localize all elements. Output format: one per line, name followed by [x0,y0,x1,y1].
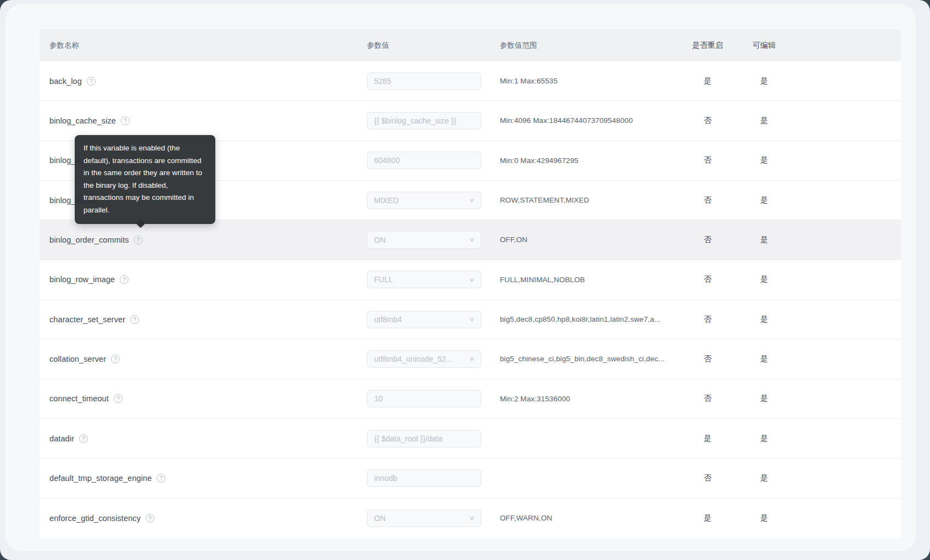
editable-value: 是 [734,473,794,483]
help-icon[interactable]: ? [87,77,96,86]
restart-value: 否 [681,354,734,364]
table-row: back_log ? Min:1 Max:65535 是 是 [40,61,901,101]
param-name: datadir [49,434,74,443]
param-range: Min:2 Max:31536000 [500,395,681,403]
editable-value: 是 [734,76,794,86]
param-value-cell: utf8mb4∨ [367,311,500,328]
param-value-select[interactable]: MIXED∨ [367,192,481,209]
help-icon[interactable]: ? [114,394,122,403]
table-row: datadir ? 是 是 [40,419,901,458]
chevron-down-icon: ∨ [469,355,475,362]
param-value-cell [367,390,500,407]
param-value-input[interactable] [367,112,481,130]
table-row: enforce_gtid_consistency ? ON∨ OFF,WARN,… [40,499,901,538]
param-value-cell: ON∨ [367,231,500,249]
help-icon[interactable]: ? [146,514,154,523]
param-name: binlog_cache_size [49,116,116,125]
param-value-select[interactable]: ON∨ [367,509,481,527]
param-name: character_set_server [49,315,125,324]
table-row: binlog_row_image ? FULL∨ FULL,MINIMAL,NO… [40,260,901,300]
select-value: utf8mb4 [374,315,402,324]
param-range: big5,dec8,cp850,hp8,koi8r,latin1,latin2,… [500,315,681,323]
param-value-cell: ON∨ [367,509,500,527]
editable-value: 是 [734,434,794,444]
restart-value: 否 [681,275,734,284]
chevron-down-icon: ∨ [469,236,475,243]
restart-value: 否 [681,155,734,165]
param-value-cell [367,112,500,130]
param-name: collation_server [49,355,106,363]
param-range: OFF,WARN,ON [500,514,681,522]
column-header-editable: 可编辑 [734,41,794,51]
help-icon[interactable]: ? [121,116,130,125]
param-value-input[interactable] [367,430,481,447]
param-value-cell [367,152,500,169]
param-name: back_log [49,77,82,86]
restart-value: 否 [681,394,734,404]
chevron-down-icon: ∨ [469,316,475,323]
param-range: Min:0 Max:4294967295 [500,156,681,165]
table-row: binlog_order_commits ? ON∨ OFF,ON 否 是 [40,220,901,260]
chevron-down-icon: ∨ [469,514,475,522]
editable-value: 是 [734,195,794,205]
help-icon[interactable]: ? [130,315,139,324]
column-header-name: 参数名称 [40,41,367,51]
column-header-value: 参数值 [367,41,500,51]
editable-value: 是 [734,354,794,364]
help-icon[interactable]: ? [111,355,120,363]
param-value-input[interactable] [367,152,481,169]
select-value: MIXED [374,196,398,205]
editable-value: 是 [734,275,794,284]
restart-value: 否 [681,116,734,126]
param-range: FULL,MINIMAL,NOBLOB [500,276,681,284]
select-value: ON [374,236,386,244]
select-value: utf8mb4_unicode_52... [374,355,452,363]
tooltip: If this variable is enabled (the default… [75,135,215,224]
restart-value: 否 [681,195,734,205]
help-icon[interactable]: ? [134,236,143,244]
table-header: 参数名称 参数值 参数值范围 是否重启 可编辑 [40,29,901,61]
select-value: FULL [374,275,393,284]
param-value-input[interactable] [367,390,481,407]
restart-value: 否 [681,315,734,324]
restart-value: 是 [681,434,734,444]
chevron-down-icon: ∨ [469,197,475,204]
param-name: default_tmp_storage_engine [49,474,152,483]
editable-value: 是 [734,116,794,126]
help-icon[interactable]: ? [79,434,88,443]
param-value-input[interactable] [367,72,481,90]
table-row: default_tmp_storage_engine ? 否 是 [40,458,901,498]
table-body: back_log ? Min:1 Max:65535 是 是 binlog_ca… [40,61,901,538]
param-value-select[interactable]: utf8mb4_unicode_52...∨ [367,350,481,368]
app-frame: 参数名称 参数值 参数值范围 是否重启 可编辑 back_log ? Min:1… [0,0,930,560]
column-header-range: 参数值范围 [500,41,681,51]
editable-value: 是 [734,235,794,245]
param-range: Min:1 Max:65535 [500,77,681,85]
param-value-input[interactable] [367,469,481,487]
restart-value: 否 [681,235,734,245]
param-range: OFF,ON [500,236,681,244]
param-value-cell: MIXED∨ [367,192,500,209]
parameter-table: 参数名称 参数值 参数值范围 是否重启 可编辑 back_log ? Min:1… [40,29,901,538]
param-range: Min:4096 Max:18446744073709548000 [500,116,681,125]
param-name: binlog_order_commits [49,236,129,244]
help-icon[interactable]: ? [157,474,165,483]
param-range: big5_chinese_ci,big5_bin,dec8_swedish_ci… [500,355,681,363]
param-name: enforce_gtid_consistency [49,514,141,523]
param-value-cell [367,72,500,90]
chevron-down-icon: ∨ [469,276,475,283]
restart-value: 否 [681,473,734,483]
param-value-select[interactable]: FULL∨ [367,271,481,288]
param-name: connect_timeout [49,394,109,403]
help-icon[interactable]: ? [120,275,129,284]
restart-value: 是 [681,76,734,86]
param-value-cell [367,430,500,447]
param-range: ROW,STATEMENT,MIXED [500,196,681,204]
select-value: ON [374,514,386,523]
param-value-select[interactable]: utf8mb4∨ [367,311,481,328]
param-value-select[interactable]: ON∨ [367,231,481,249]
editable-value: 是 [734,155,794,165]
tooltip-text: If this variable is enabled (the default… [83,144,202,214]
param-value-cell [367,469,500,487]
restart-value: 是 [681,513,734,523]
